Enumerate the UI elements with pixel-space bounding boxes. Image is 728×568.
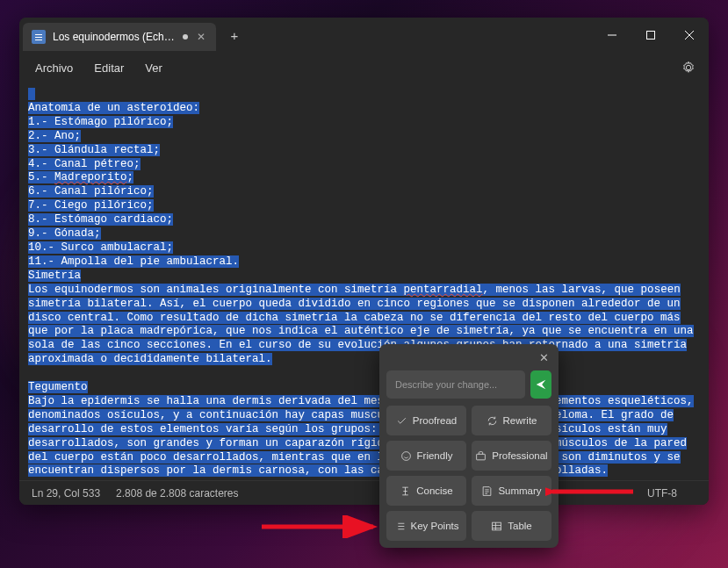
maximize-icon <box>646 31 655 40</box>
refresh-icon <box>487 415 498 427</box>
encoding: UTF-8 <box>647 487 677 500</box>
maximize-button[interactable] <box>631 18 670 53</box>
ai-close-button[interactable]: ✕ <box>536 349 551 365</box>
text-editor[interactable]: Anatomía de un asteroideo:1.- Estómago p… <box>19 83 709 480</box>
minimize-icon <box>608 31 616 40</box>
character-count: 2.808 de 2.808 caracteres <box>116 487 238 500</box>
window-controls <box>593 18 709 53</box>
ai-proofread-button[interactable]: Proofread <box>386 406 466 435</box>
list-icon <box>394 521 406 532</box>
ai-assist-popup: ✕ Proofread Rewrite Friendly Professiona… <box>379 344 559 548</box>
document-icon <box>32 30 46 44</box>
svg-rect-0 <box>647 32 655 40</box>
table-icon <box>491 521 502 532</box>
minimize-button[interactable] <box>593 18 631 53</box>
ai-keypoints-button[interactable]: Key Points <box>386 511 466 541</box>
ai-table-button[interactable]: Table <box>472 511 551 541</box>
settings-button[interactable] <box>675 54 702 81</box>
ai-send-button[interactable] <box>530 370 551 399</box>
titlebar: Los equinodermos (Echinodermata ✕ + <box>19 18 709 53</box>
svg-rect-3 <box>493 522 501 530</box>
send-icon <box>535 378 547 391</box>
ai-professional-button[interactable]: Professional <box>472 441 551 471</box>
new-tab-button[interactable]: + <box>221 22 248 48</box>
statusbar: Ln 29, Col 533 2.808 de 2.808 caracteres… <box>19 480 709 505</box>
check-icon <box>396 415 407 427</box>
svg-point-1 <box>401 451 410 460</box>
menu-editar[interactable]: Editar <box>85 58 133 78</box>
compress-icon <box>400 485 411 497</box>
tab-close-button[interactable]: ✕ <box>195 31 207 43</box>
notepad-window: Los equinodermos (Echinodermata ✕ + Arch… <box>19 18 709 505</box>
ai-friendly-button[interactable]: Friendly <box>386 441 466 471</box>
svg-rect-2 <box>477 454 486 460</box>
menu-ver[interactable]: Ver <box>136 58 171 78</box>
document-icon <box>481 485 493 497</box>
close-button[interactable] <box>670 18 709 53</box>
unsaved-indicator <box>183 34 188 40</box>
document-tab[interactable]: Los equinodermos (Echinodermata ✕ <box>23 23 216 51</box>
close-icon <box>685 31 694 40</box>
smile-icon <box>400 450 412 462</box>
ai-summary-button[interactable]: Summary <box>472 476 551 506</box>
cursor-position: Ln 29, Col 533 <box>32 487 100 500</box>
ai-rewrite-button[interactable]: Rewrite <box>472 406 551 435</box>
menubar: Archivo Editar Ver <box>19 53 709 83</box>
briefcase-icon <box>475 450 487 462</box>
tab-title: Los equinodermos (Echinodermata <box>53 31 176 43</box>
ai-prompt-input[interactable] <box>386 370 525 399</box>
gear-icon <box>681 61 696 75</box>
ai-concise-button[interactable]: Concise <box>386 476 466 506</box>
menu-archivo[interactable]: Archivo <box>26 58 82 78</box>
